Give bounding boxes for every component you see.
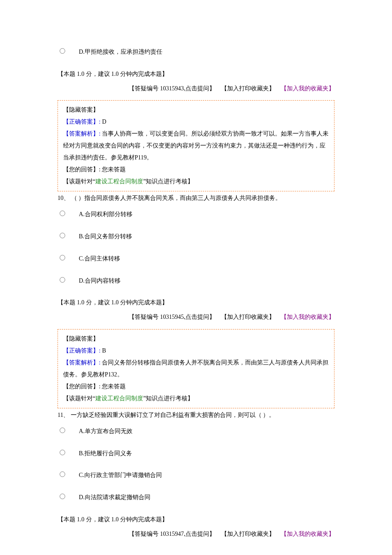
q10-option-d-radio[interactable] <box>60 277 65 283</box>
q9-my-fav-link[interactable]: 【加入我的收藏夹】 <box>281 85 334 92</box>
q10-your-value: 您未答题 <box>101 383 126 390</box>
q10-kp-suffix: ”知识点进行考核】 <box>143 395 193 402</box>
q10-score-note: 【本题 1.0 分，建议 1.0 分钟内完成本题】 <box>58 298 334 308</box>
q9-your-label: 【您的回答】: <box>63 166 101 173</box>
q11-print-fav-link[interactable]: 【加入打印收藏夹】 <box>221 531 275 537</box>
q11-option-c-radio-wrap <box>58 470 79 480</box>
q10-option-b-label: B.合同义务部分转移 <box>79 231 132 242</box>
q10-print-fav-link[interactable]: 【加入打印收藏夹】 <box>221 314 275 320</box>
q11-score-note: 【本题 1.0 分，建议 1.0 分钟内完成本题】 <box>58 515 334 525</box>
q10-my-fav-link[interactable]: 【加入我的收藏夹】 <box>281 314 334 320</box>
q10-option-a-label: A.合同权利部分转移 <box>79 209 133 220</box>
q10-option-a-radio-wrap <box>58 209 79 220</box>
q11-option-b-row: B.拒绝履行合同义务 <box>58 448 334 459</box>
q11-links-row: 【答疑编号 10315947,点击提问】 【加入打印收藏夹】 【加入我的收藏夹】 <box>58 529 334 539</box>
q9-analysis-row: 【答案解析】: 当事人协商一致，可以变更合同。所以必须经双方协商一致才可以。如果… <box>63 128 329 164</box>
q9-your-row: 【您的回答】: 您未答题 <box>63 164 329 176</box>
q10-option-d-radio-wrap <box>58 276 79 286</box>
q11-option-c-radio[interactable] <box>60 471 65 477</box>
q10-option-c-label: C.合同主体转移 <box>79 254 120 264</box>
q9-kp-text: 建设工程合同制度 <box>95 178 143 185</box>
q10-option-a-radio[interactable] <box>60 211 65 216</box>
q9-correct-value: D <box>101 119 107 125</box>
q9-links-row: 【答疑编号 10315943,点击提问】 【加入打印收藏夹】 【加入我的收藏夹】 <box>58 84 334 94</box>
q11-my-fav-link[interactable]: 【加入我的收藏夹】 <box>281 531 334 537</box>
q9-option-d-radio-wrap <box>58 47 79 57</box>
q9-analysis-text: 当事人协商一致，可以变更合同。所以必须经双方协商一致才可以。如果一方当事人未经对… <box>63 130 329 161</box>
q9-correct-row: 【正确答案】: D <box>63 116 329 128</box>
q10-hide-answer[interactable]: 【隐藏答案】 <box>63 333 329 345</box>
q11-option-c-row: C.向行政主管部门申请撤销合同 <box>58 470 334 480</box>
q10-option-b-row: B.合同义务部分转移 <box>58 231 334 242</box>
q9-score-note: 【本题 1.0 分，建议 1.0 分钟内完成本题】 <box>58 69 334 79</box>
q11-stem: 11、 一方缺乏经验因重大误解订立了对自己利益有重大损害的合同，则可以（ ）。 <box>58 410 334 420</box>
q9-your-value: 您未答题 <box>101 166 126 173</box>
q10-correct-row: 【正确答案】: B <box>63 345 329 357</box>
q10-correct-value: B <box>101 347 106 354</box>
q10-option-a-row: A.合同权利部分转移 <box>58 209 334 220</box>
q11-option-c-label: C.向行政主管部门申请撤销合同 <box>79 470 162 480</box>
q10-question-link[interactable]: 【答疑编号 10315945,点击提问】 <box>129 314 215 320</box>
q10-stem: 10、 （ ）指合同原债务人并不脱离合同关系，而由第三人与原债务人共同承担债务。 <box>58 193 334 203</box>
q10-option-b-radio-wrap <box>58 231 79 242</box>
q10-kp-row: 【该题针对“建设工程合同制度”知识点进行考核】 <box>63 393 329 405</box>
q9-question-link[interactable]: 【答疑编号 10315943,点击提问】 <box>129 85 215 92</box>
q10-option-b-radio[interactable] <box>60 233 65 238</box>
q10-correct-label: 【正确答案】: <box>63 347 101 354</box>
q10-option-d-label: D.合同内容转移 <box>79 276 121 286</box>
q10-kp-text: 建设工程合同制度 <box>95 395 143 402</box>
q11-question-link[interactable]: 【答疑编号 10315947,点击提问】 <box>129 531 215 537</box>
q9-analysis-label: 【答案解析】: <box>63 130 101 137</box>
q10-answer-box: 【隐藏答案】 【正确答案】: B 【答案解析】: 合同义务部分转移指合同原债务人… <box>58 329 334 408</box>
q9-print-fav-link[interactable]: 【加入打印收藏夹】 <box>221 85 275 92</box>
q10-analysis-text: 合同义务部分转移指合同原债务人并不脱离合同关系，而由第三人与原债务人共同承担债务… <box>63 359 329 378</box>
q10-option-c-radio-wrap <box>58 254 79 264</box>
q9-kp-row: 【该题针对“建设工程合同制度”知识点进行考核】 <box>63 176 329 188</box>
q9-kp-suffix: ”知识点进行考核】 <box>143 178 193 185</box>
q10-analysis-row: 【答案解析】: 合同义务部分转移指合同原债务人并不脱离合同关系，而由第三人与原债… <box>63 357 329 381</box>
q11-option-a-label: A.单方宣布合同无效 <box>79 426 133 436</box>
q11-option-b-radio-wrap <box>58 448 79 459</box>
q11-option-a-radio-wrap <box>58 426 79 436</box>
page-container: D.甲拒绝接收，应承担违约责任 【本题 1.0 分，建议 1.0 分钟内完成本题… <box>0 0 392 555</box>
q10-option-c-radio[interactable] <box>60 255 65 260</box>
q9-option-d-row: D.甲拒绝接收，应承担违约责任 <box>58 47 334 57</box>
q11-option-a-radio[interactable] <box>60 428 65 433</box>
q11-option-d-label: D.向法院请求裁定撤销合同 <box>79 492 150 503</box>
q9-answer-box: 【隐藏答案】 【正确答案】: D 【答案解析】: 当事人协商一致，可以变更合同。… <box>58 100 334 191</box>
q9-option-d-radio[interactable] <box>60 48 65 54</box>
q9-option-d-label: D.甲拒绝接收，应承担违约责任 <box>79 47 162 57</box>
q11-option-a-row: A.单方宣布合同无效 <box>58 426 334 436</box>
q9-correct-label: 【正确答案】: <box>63 119 101 125</box>
q10-links-row: 【答疑编号 10315945,点击提问】 【加入打印收藏夹】 【加入我的收藏夹】 <box>58 312 334 322</box>
q11-option-d-row: D.向法院请求裁定撤销合同 <box>58 492 334 503</box>
q10-analysis-label: 【答案解析】: <box>63 359 101 366</box>
q9-hide-answer[interactable]: 【隐藏答案】 <box>63 104 329 116</box>
q10-your-row: 【您的回答】: 您未答题 <box>63 381 329 393</box>
q10-kp-prefix: 【该题针对“ <box>63 395 95 402</box>
q11-option-b-label: B.拒绝履行合同义务 <box>79 448 132 459</box>
q11-option-b-radio[interactable] <box>60 450 65 455</box>
q11-option-d-radio[interactable] <box>60 494 65 499</box>
q11-option-d-radio-wrap <box>58 492 79 503</box>
q9-kp-prefix: 【该题针对“ <box>63 178 95 185</box>
q10-your-label: 【您的回答】: <box>63 383 101 390</box>
q10-option-d-row: D.合同内容转移 <box>58 276 334 286</box>
q10-option-c-row: C.合同主体转移 <box>58 254 334 264</box>
